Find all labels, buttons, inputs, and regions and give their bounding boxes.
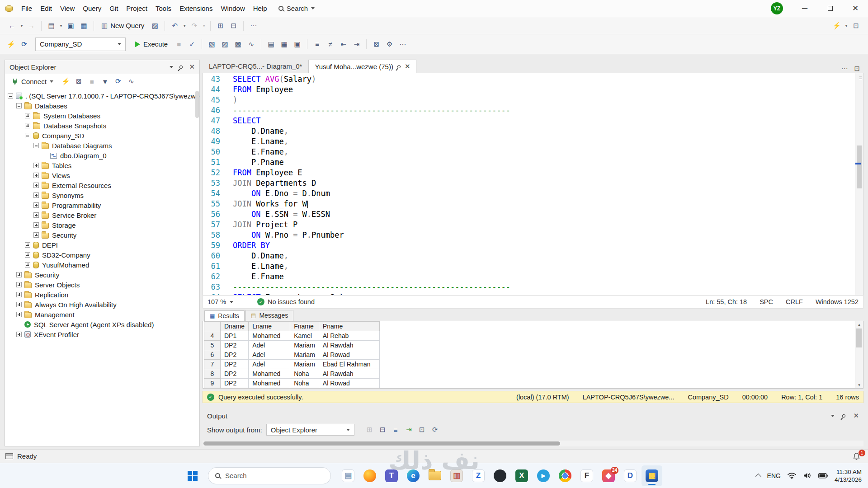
column-header[interactable]: Lname [249, 322, 290, 331]
code-line[interactable]: 43SELECT AVG(Salary) [203, 74, 854, 84]
results-to-text-icon[interactable]: ▤ [265, 38, 277, 51]
table-cell[interactable]: Mohamed [249, 369, 290, 379]
table-cell[interactable]: Mariam [290, 350, 319, 360]
menu-item-view[interactable]: View [56, 0, 79, 17]
code-line[interactable]: 61 E.Lname, [203, 261, 854, 272]
tree-item[interactable]: Always On High Availability [5, 300, 199, 310]
tree-expander-plus[interactable] [33, 202, 39, 208]
tree-item[interactable]: Tables [5, 160, 199, 170]
table-cell[interactable]: Al Rawdah [319, 369, 379, 379]
increase-indent-icon[interactable]: ⇥ [350, 38, 363, 51]
table-cell[interactable]: Mohamed [249, 331, 290, 341]
code-line[interactable]: 53JOIN Departments D [203, 178, 854, 188]
decrease-indent-icon[interactable]: ⇤ [337, 38, 349, 51]
ssms-icon[interactable]: ▦ [642, 465, 662, 486]
clear-all-output-icon[interactable]: ⊟ [377, 423, 389, 436]
table-cell[interactable]: Al Rowad [319, 379, 379, 388]
tree-item[interactable]: Server Objects [5, 280, 199, 290]
table-cell[interactable]: Kamel [290, 331, 319, 341]
tree-expander-plus[interactable] [33, 173, 39, 178]
row-number-cell[interactable]: 8 [204, 369, 221, 379]
telegram-icon[interactable]: ▸ [533, 465, 554, 486]
tree-item[interactable]: Management [5, 310, 199, 319]
table-cell[interactable]: Ebad El Rahman [319, 360, 379, 369]
tree-item[interactable]: Storage [5, 220, 199, 230]
zoom-app-icon[interactable]: Z [468, 465, 489, 486]
tree-expander-plus[interactable] [16, 332, 22, 337]
document-tab[interactable]: LAPTOP-CRQ5...- Diagram_0* [203, 60, 308, 73]
tree-item[interactable]: SD32-Company [5, 250, 199, 260]
new-project-icon[interactable]: ▤ [45, 19, 57, 32]
encoding[interactable]: Windows 1252 [816, 298, 859, 305]
code-line-current[interactable]: 55JOIN Works_for W [203, 199, 854, 209]
new-query-button[interactable]: ▥New Query [97, 19, 148, 32]
tree-item[interactable]: System Databases [5, 111, 199, 121]
tree-item[interactable]: Company_SD [5, 131, 199, 141]
tree-item[interactable]: Programmability [5, 200, 199, 210]
code-line[interactable]: 64SELECT Fname, Lname, Salary [203, 292, 854, 296]
table-cell[interactable]: Al Rehab [319, 331, 379, 341]
code-line[interactable]: 50 E.Fname, [203, 147, 854, 157]
hidden-icons-chevron[interactable] [755, 474, 761, 479]
code-line[interactable]: 60 D.Dname, [203, 251, 854, 261]
table-cell[interactable]: DP2 [221, 350, 249, 360]
results-to-file-icon[interactable]: ▣ [291, 38, 303, 51]
indent-output-icon[interactable]: ⇥ [403, 423, 415, 436]
uncomment-icon[interactable]: ≠ [324, 38, 336, 51]
code-line[interactable]: 51 P.Pname [203, 157, 854, 168]
tree-expander-plus[interactable] [33, 163, 39, 168]
refresh-icon[interactable]: ⟳ [112, 75, 124, 88]
code-line[interactable]: 48 D.Dname, [203, 126, 854, 136]
include-actual-plan-icon[interactable]: ▩ [232, 38, 244, 51]
teams-icon[interactable]: T [381, 465, 402, 486]
tree-expander-plus[interactable] [25, 242, 30, 248]
tab-overflow-icon[interactable]: ⋯ [841, 65, 848, 73]
setup-app-icon[interactable]: ▥ [446, 465, 467, 486]
table-cell[interactable]: Al Rawdah [319, 341, 379, 350]
save-icon[interactable]: ▣ [65, 19, 77, 32]
code-line[interactable]: 59ORDER BY [203, 240, 854, 251]
table-row[interactable]: 6DP2AdelMariamAl Rowad [204, 350, 380, 360]
tab-results[interactable]: ▦ Results [204, 310, 245, 321]
table-cell[interactable]: Adel [249, 341, 290, 350]
taskbar-search[interactable]: Search [208, 467, 331, 484]
output-horizontal-scrollbar[interactable] [203, 441, 863, 446]
menu-item-tools[interactable]: Tools [151, 0, 175, 17]
table-cell[interactable]: DP2 [221, 341, 249, 350]
column-header[interactable]: Pname [319, 322, 379, 331]
tree-item[interactable]: dbo.Diagram_0 [5, 150, 199, 160]
minimize-button[interactable]: ─ [792, 0, 817, 17]
code-line[interactable]: 52FROM Employee E [203, 168, 854, 178]
excel-icon[interactable]: X [511, 465, 532, 486]
tree-expander-plus[interactable] [33, 212, 39, 218]
navigate-backward-icon[interactable]: ← [6, 19, 18, 32]
tree-expander-plus[interactable] [33, 232, 39, 238]
pin-icon[interactable] [842, 413, 846, 418]
panel-chevron-icon[interactable] [170, 66, 173, 68]
d-app-icon[interactable]: D [620, 465, 641, 486]
table-cell[interactable]: DP2 [221, 369, 249, 379]
code-line[interactable]: 57JOIN Project P [203, 220, 854, 230]
start-button[interactable] [184, 467, 202, 485]
document-tab-active[interactable]: Yusuf Moha...wezwe (75))✕ [308, 60, 416, 73]
table-cell[interactable]: DP2 [221, 360, 249, 369]
code-line[interactable]: 54 ON E.Dno = D.Dnum [203, 188, 854, 199]
navigate-backward-menu[interactable]: ▾ [19, 19, 24, 32]
file-explorer-icon[interactable] [425, 465, 445, 486]
close-button[interactable]: ✕ [843, 0, 868, 17]
tree-expander-plus[interactable] [16, 292, 22, 297]
undo-icon[interactable]: ↶ [169, 19, 181, 32]
close-panel-icon[interactable]: ✕ [853, 412, 859, 420]
table-row[interactable]: 5DP2AdelMariamAl Rawdah [204, 341, 380, 350]
table-cell[interactable]: Mohamed [249, 379, 290, 388]
open-query-icon[interactable]: ▨ [149, 19, 161, 32]
tree-expander-minus[interactable] [33, 143, 39, 148]
enable-sqlcmd-icon[interactable]: ▨ [219, 38, 231, 51]
tree-item[interactable]: Views [5, 170, 199, 180]
notification-bell[interactable]: 1 [853, 453, 863, 460]
undo-menu[interactable]: ▾ [182, 19, 187, 32]
code-line[interactable]: 47SELECT [203, 116, 854, 126]
row-number-cell[interactable]: 5 [204, 341, 221, 350]
tab-messages[interactable]: ▤ Messages [245, 310, 293, 321]
add-connection-menu[interactable]: ▾ [844, 19, 849, 32]
